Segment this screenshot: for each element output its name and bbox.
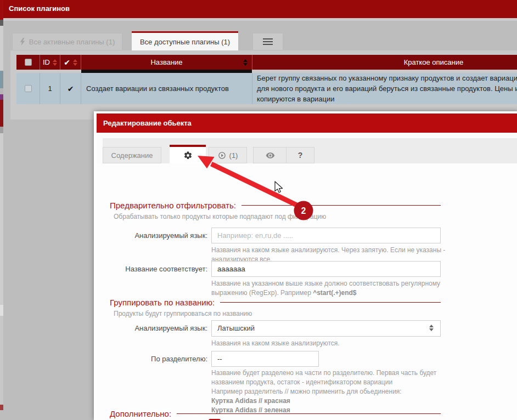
tab-content-label: Содержание	[111, 151, 153, 160]
row-enabled-check: ✔	[68, 84, 74, 93]
section-prefilter: Предварительно отфильтровать:	[110, 201, 441, 210]
section-prefilter-caption: Обрабатывать только продукты которые под…	[114, 213, 326, 220]
header-name-label: Название	[150, 58, 182, 66]
tab-active-plugins[interactable]: Все активные плагины (1)	[12, 33, 122, 50]
plugins-window-titlebar[interactable]: Список плагинов	[3, 0, 517, 18]
page-edge-sliver	[0, 0, 3, 420]
name-match-label: Название соответствует:	[110, 261, 207, 277]
eye-icon	[266, 151, 275, 160]
question-icon: ?	[298, 151, 303, 160]
lightning-icon	[20, 38, 25, 46]
filter-language-input[interactable]	[211, 228, 441, 243]
header-name-cell[interactable]: Название	[81, 55, 252, 70]
row-name-cell: Создает вариации из связанных продуктов	[81, 73, 252, 104]
filter-language-label: Анализируемый язык:	[110, 228, 207, 243]
header-enabled-cell[interactable]: ✔	[60, 55, 81, 70]
titlebar-understrip	[3, 18, 517, 21]
separator-input[interactable]	[211, 351, 319, 367]
select-updown-icon	[429, 325, 434, 331]
separator-label: По разделителю:	[110, 351, 207, 367]
tab-list-menu[interactable]	[252, 33, 283, 50]
tab-active-plugins-label: Все активные плагины (1)	[29, 38, 115, 46]
row-checkbox[interactable]	[25, 85, 32, 92]
plugins-table: ID ✔ Название Краткое описание 1 ✔ Созда…	[16, 55, 517, 104]
name-match-help: Название на указанном выше языке должно …	[211, 279, 440, 298]
hamburger-icon	[263, 38, 273, 39]
section-extra: Дополнительно:	[110, 409, 441, 418]
modal-title: Редактирование обьекта	[97, 113, 517, 127]
section-group-caption: Продукты будут группироваться по названи…	[114, 310, 252, 317]
row-description-cell: Берет группу связанных по указанному при…	[252, 73, 517, 104]
section-group: Группировать по названию:	[110, 298, 441, 307]
modal-tab-content: Предварительно отфильтровать: Обрабатыва…	[97, 163, 517, 420]
group-language-label: Анализируемый язык:	[110, 320, 207, 336]
tab-settings[interactable]	[170, 145, 206, 163]
sort-icon-id	[53, 59, 57, 66]
header-description-label: Краткое описание	[404, 58, 464, 66]
section-extra-heading: Дополнительно:	[110, 409, 171, 418]
edit-object-modal: Редактирование обьекта Содержание (1)	[94, 111, 517, 420]
separator-help: Название будет разделено на части по раз…	[211, 368, 436, 415]
tab-available-plugins-label: Все доступные плагины (1)	[140, 38, 230, 46]
header-select-all-cell	[16, 55, 40, 70]
section-prefilter-heading: Предварительно отфильтровать:	[110, 201, 236, 210]
table-row[interactable]: 1 ✔ Создает вариации из связанных продук…	[16, 73, 517, 104]
tab-help[interactable]: ?	[286, 147, 314, 163]
group-language-help: Названия на каком языке анализируются.	[211, 339, 340, 348]
modal-body: Содержание (1)	[97, 133, 517, 420]
select-all-checkbox[interactable]	[25, 59, 32, 66]
screen: Список плагинов Все активные плагины (1)…	[0, 0, 517, 420]
plugins-window-title: Список плагинов	[3, 0, 517, 13]
play-circle-icon	[218, 151, 226, 160]
tab-run-count: (1)	[229, 151, 238, 160]
name-match-input[interactable]	[211, 261, 441, 277]
plugins-table-header: ID ✔ Название Краткое описание	[16, 55, 517, 70]
modal-titlebar[interactable]: Редактирование обьекта	[97, 113, 517, 133]
modal-tab-strip: Содержание (1)	[103, 138, 517, 163]
group-language-select[interactable]: Латышский	[211, 320, 441, 337]
tab-available-plugins[interactable]: Все доступные плагины (1)	[132, 31, 238, 50]
header-id-label: ID	[43, 58, 50, 66]
sort-icon-enabled	[73, 59, 77, 66]
tab-run[interactable]: (1)	[209, 147, 247, 163]
row-id-cell: 1	[40, 73, 60, 104]
gear-icon	[183, 151, 193, 160]
header-description-cell[interactable]: Краткое описание	[252, 55, 517, 70]
header-id-cell[interactable]: ID	[40, 55, 60, 70]
header-enabled-label: ✔	[64, 58, 70, 67]
group-language-value: Латышский	[217, 324, 255, 332]
tab-content[interactable]: Содержание	[103, 147, 161, 163]
tab-preview[interactable]	[253, 147, 287, 163]
sort-icon-name	[243, 59, 248, 66]
section-group-heading: Группировать по названию:	[110, 298, 215, 307]
